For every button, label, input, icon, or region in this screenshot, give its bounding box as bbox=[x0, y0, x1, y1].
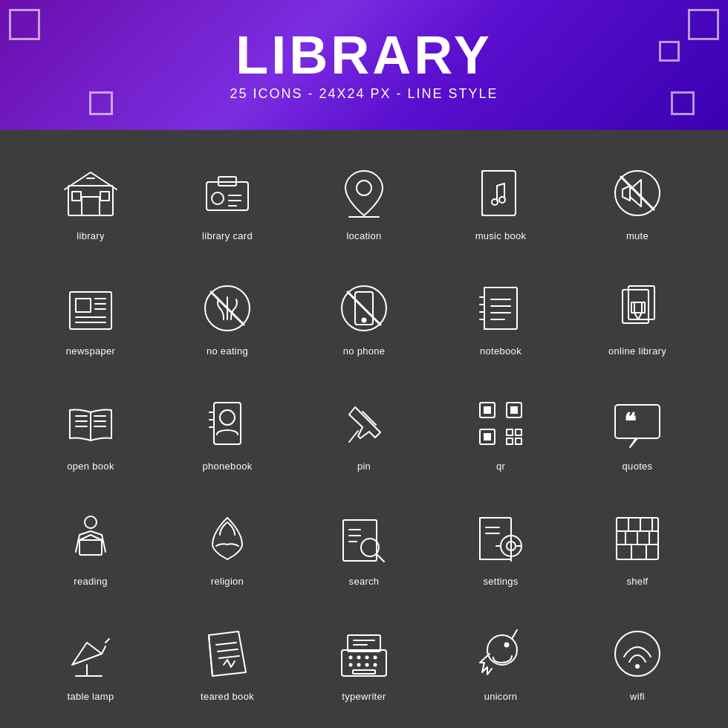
search-label: search bbox=[349, 576, 380, 587]
icon-table-lamp: table lamp bbox=[22, 605, 159, 721]
no-phone-icon bbox=[334, 279, 394, 338]
svg-rect-54 bbox=[214, 403, 241, 444]
no-phone-label: no phone bbox=[343, 345, 386, 357]
wifi-icon bbox=[608, 624, 667, 683]
search-icon bbox=[334, 509, 394, 568]
online-library-label: online library bbox=[608, 345, 666, 357]
phonebook-label: phonebook bbox=[202, 461, 252, 472]
unicorn-icon bbox=[471, 624, 530, 683]
qr-icon bbox=[471, 394, 530, 453]
wifi-label: wifi bbox=[630, 691, 645, 702]
icon-settings: settings bbox=[432, 490, 569, 605]
shelf-icon bbox=[608, 509, 667, 568]
svg-point-123 bbox=[487, 635, 517, 665]
icon-quotes: ❝ quotes bbox=[569, 375, 706, 490]
svg-line-105 bbox=[105, 639, 109, 643]
svg-line-80 bbox=[377, 554, 384, 562]
open-book-icon bbox=[61, 394, 120, 453]
svg-point-125 bbox=[615, 631, 660, 676]
qr-label: qr bbox=[496, 461, 505, 472]
svg-rect-62 bbox=[484, 406, 491, 414]
teared-book-label: teared book bbox=[201, 691, 254, 702]
icon-notebook: notebook bbox=[432, 260, 569, 375]
corner-decoration-br bbox=[671, 91, 695, 115]
svg-rect-2 bbox=[72, 192, 81, 201]
svg-rect-75 bbox=[343, 520, 377, 561]
svg-rect-32 bbox=[484, 287, 517, 329]
reading-icon bbox=[61, 509, 120, 568]
icon-no-eating: no eating bbox=[159, 260, 296, 375]
music-book-icon bbox=[471, 163, 530, 223]
icon-no-phone: no phone bbox=[296, 260, 432, 375]
svg-rect-20 bbox=[76, 299, 91, 312]
svg-point-7 bbox=[212, 192, 224, 204]
library-icon bbox=[61, 163, 120, 223]
icon-location: location bbox=[296, 145, 432, 260]
svg-point-71 bbox=[85, 516, 97, 528]
icon-mute: mute bbox=[569, 145, 706, 260]
svg-rect-120 bbox=[353, 670, 375, 674]
online-library-icon bbox=[608, 279, 667, 338]
svg-rect-63 bbox=[510, 406, 518, 414]
svg-rect-81 bbox=[480, 518, 511, 559]
page-title: LIBRARY bbox=[235, 28, 492, 82]
svg-rect-1 bbox=[82, 197, 100, 215]
corner-decoration-tl bbox=[9, 9, 40, 40]
newspaper-label: newspaper bbox=[66, 345, 115, 357]
svg-text:❝: ❝ bbox=[624, 409, 636, 434]
table-lamp-icon bbox=[61, 624, 120, 683]
svg-rect-44 bbox=[631, 302, 645, 313]
no-eating-icon bbox=[198, 279, 257, 338]
pin-icon bbox=[334, 394, 394, 453]
mute-icon bbox=[608, 163, 667, 223]
icon-library: library bbox=[22, 145, 159, 260]
icon-typewriter: typewriter bbox=[296, 605, 432, 721]
quotes-label: quotes bbox=[623, 461, 653, 472]
svg-point-126 bbox=[635, 664, 640, 669]
corner-decoration-tr bbox=[688, 9, 719, 40]
svg-line-109 bbox=[219, 656, 239, 658]
phonebook-icon bbox=[198, 394, 257, 453]
svg-rect-67 bbox=[507, 438, 513, 444]
svg-rect-110 bbox=[342, 650, 386, 676]
corner-decoration-tr2 bbox=[659, 41, 680, 62]
svg-line-104 bbox=[102, 646, 105, 654]
location-icon bbox=[334, 163, 394, 223]
library-card-icon bbox=[198, 163, 257, 223]
svg-rect-66 bbox=[516, 429, 521, 435]
icon-newspaper: newspaper bbox=[22, 260, 159, 375]
notebook-label: notebook bbox=[480, 345, 521, 357]
svg-rect-3 bbox=[100, 192, 109, 201]
page-subtitle: 25 ICONS - 24X24 PX - LINE STYLE bbox=[230, 86, 498, 102]
music-book-label: music book bbox=[475, 230, 527, 241]
header: LIBRARY 25 ICONS - 24X24 PX - LINE STYLE bbox=[0, 0, 728, 130]
svg-rect-64 bbox=[484, 433, 491, 441]
icon-shelf: shelf bbox=[569, 490, 706, 605]
icon-qr: qr bbox=[432, 375, 569, 490]
icon-search: search bbox=[296, 490, 432, 605]
icon-pin: pin bbox=[296, 375, 432, 490]
pin-label: pin bbox=[357, 461, 371, 472]
svg-point-124 bbox=[505, 643, 509, 647]
svg-rect-69 bbox=[615, 405, 660, 438]
quotes-icon: ❝ bbox=[608, 394, 667, 453]
location-label: location bbox=[346, 230, 381, 241]
open-book-label: open book bbox=[67, 461, 114, 472]
shelf-label: shelf bbox=[627, 576, 649, 587]
svg-point-31 bbox=[363, 319, 366, 322]
typewriter-icon bbox=[334, 624, 394, 683]
unicorn-label: unicorn bbox=[484, 691, 518, 702]
svg-line-73 bbox=[79, 535, 91, 540]
svg-line-106 bbox=[209, 635, 212, 676]
svg-rect-111 bbox=[348, 635, 380, 651]
svg-point-16 bbox=[499, 197, 505, 203]
religion-icon bbox=[198, 509, 257, 568]
svg-rect-65 bbox=[507, 429, 513, 435]
svg-rect-68 bbox=[516, 438, 521, 444]
typewriter-label: typewriter bbox=[342, 691, 386, 702]
newspaper-icon bbox=[61, 279, 120, 338]
svg-line-108 bbox=[218, 649, 238, 651]
svg-point-55 bbox=[220, 410, 235, 425]
table-lamp-label: table lamp bbox=[68, 691, 114, 702]
svg-rect-13 bbox=[482, 171, 516, 215]
